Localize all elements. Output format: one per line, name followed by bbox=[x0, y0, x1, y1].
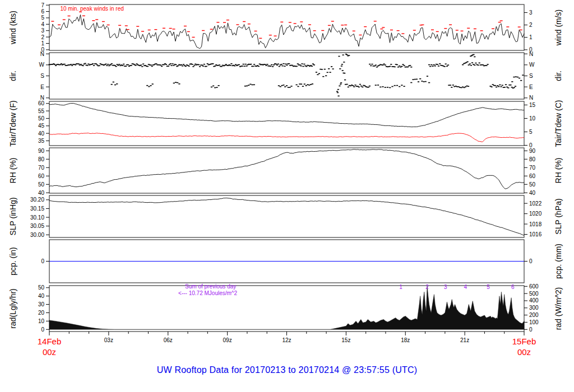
svg-text:600: 600 bbox=[529, 283, 539, 290]
svg-text:30.00: 30.00 bbox=[30, 232, 44, 238]
svg-text:W: W bbox=[39, 62, 45, 68]
svg-text:0: 0 bbox=[529, 258, 533, 264]
svg-text:40: 40 bbox=[38, 190, 45, 196]
svg-text:15: 15 bbox=[529, 102, 536, 108]
svg-text:0: 0 bbox=[41, 258, 44, 264]
svg-text:14Feb: 14Feb bbox=[38, 337, 62, 346]
svg-text:S: S bbox=[529, 73, 533, 79]
svg-text:45: 45 bbox=[38, 123, 45, 129]
svg-text:5: 5 bbox=[41, 15, 44, 21]
svg-text:1: 1 bbox=[529, 34, 533, 40]
chart-title: UW Rooftop Data for 20170213 to 20170214… bbox=[0, 365, 574, 375]
svg-text:30.20: 30.20 bbox=[30, 197, 44, 203]
svg-text:10: 10 bbox=[38, 318, 45, 324]
svg-text:Sum of previous day: Sum of previous day bbox=[185, 283, 236, 290]
svg-text:W: W bbox=[529, 62, 535, 68]
svg-text:55: 55 bbox=[38, 108, 45, 114]
svg-text:pcp. (mm): pcp. (mm) bbox=[554, 244, 563, 279]
svg-text:300: 300 bbox=[529, 305, 539, 311]
svg-text:400: 400 bbox=[529, 297, 539, 304]
svg-text:<--- 10.72 MJoules/m^2: <--- 10.72 MJoules/m^2 bbox=[178, 290, 237, 296]
svg-text:2: 2 bbox=[529, 22, 533, 28]
svg-text:wind (kts): wind (kts) bbox=[8, 11, 17, 45]
svg-text:50: 50 bbox=[529, 181, 536, 188]
panel-slp: 30.0030.0530.1030.1530.20101610181020102… bbox=[8, 195, 563, 238]
svg-text:pcp. (in): pcp. (in) bbox=[8, 247, 17, 276]
svg-text:09z: 09z bbox=[223, 337, 232, 343]
svg-text:60: 60 bbox=[529, 173, 536, 179]
svg-text:1: 1 bbox=[41, 40, 44, 46]
svg-text:30: 30 bbox=[38, 301, 45, 307]
svg-text:10: 10 bbox=[529, 115, 536, 122]
svg-text:dir.: dir. bbox=[8, 71, 17, 81]
panel-rh: 405060708090405060708090RH (%)RH (%) bbox=[8, 148, 563, 196]
svg-text:90: 90 bbox=[529, 148, 536, 154]
svg-text:Tair/Tdew (C): Tair/Tdew (C) bbox=[554, 100, 563, 147]
svg-text:7: 7 bbox=[41, 2, 44, 8]
svg-text:2: 2 bbox=[41, 34, 44, 40]
svg-text:40: 40 bbox=[38, 130, 45, 137]
svg-text:1020: 1020 bbox=[529, 211, 542, 217]
svg-text:10 min. peak winds in red: 10 min. peak winds in red bbox=[60, 6, 123, 12]
svg-text:50: 50 bbox=[38, 181, 45, 188]
weather-plot-page: 012345670123wind (kts)wind (m/s)10 min. … bbox=[0, 0, 574, 392]
svg-text:5: 5 bbox=[529, 129, 533, 135]
weather-chart: 012345670123wind (kts)wind (m/s)10 min. … bbox=[0, 0, 574, 361]
svg-text:15z: 15z bbox=[341, 337, 350, 343]
svg-text:30.15: 30.15 bbox=[30, 206, 44, 212]
svg-text:4: 4 bbox=[41, 21, 44, 27]
svg-text:wind (m/s): wind (m/s) bbox=[554, 10, 563, 46]
svg-text:50: 50 bbox=[38, 115, 45, 122]
svg-text:SLP (inHg): SLP (inHg) bbox=[8, 197, 17, 235]
svg-text:E: E bbox=[529, 84, 533, 90]
svg-text:RH (%): RH (%) bbox=[554, 158, 563, 184]
svg-text:06z: 06z bbox=[164, 337, 173, 343]
svg-text:35: 35 bbox=[38, 138, 45, 144]
svg-text:4: 4 bbox=[464, 284, 467, 290]
svg-text:0: 0 bbox=[41, 326, 44, 333]
svg-text:S: S bbox=[40, 73, 44, 79]
svg-text:1: 1 bbox=[399, 284, 402, 290]
svg-text:6: 6 bbox=[511, 284, 515, 290]
panel-dir: NWSENNWSENdir.dir. bbox=[8, 51, 563, 101]
svg-text:rad (W/m^2): rad (W/m^2) bbox=[554, 287, 563, 330]
panel-wind: 012345670123wind (kts)wind (m/s)10 min. … bbox=[8, 2, 563, 53]
svg-text:70: 70 bbox=[529, 165, 536, 171]
svg-text:200: 200 bbox=[529, 312, 539, 318]
svg-text:0: 0 bbox=[529, 326, 533, 333]
svg-text:1022: 1022 bbox=[529, 200, 542, 207]
svg-text:90: 90 bbox=[38, 148, 45, 154]
svg-text:00z: 00z bbox=[43, 347, 56, 357]
svg-text:Tair/Tdew (F): Tair/Tdew (F) bbox=[8, 100, 17, 146]
svg-text:60: 60 bbox=[38, 173, 45, 179]
svg-text:30.10: 30.10 bbox=[30, 214, 44, 221]
svg-text:N: N bbox=[529, 95, 533, 101]
svg-text:18z: 18z bbox=[401, 337, 410, 343]
svg-text:5: 5 bbox=[487, 284, 490, 290]
time-axis: 03z06z09z12z15z18z21z14Feb00z15Feb00z bbox=[38, 332, 536, 357]
svg-text:3: 3 bbox=[41, 27, 44, 34]
svg-text:1018: 1018 bbox=[529, 221, 542, 227]
svg-text:3: 3 bbox=[529, 10, 533, 16]
svg-text:15Feb: 15Feb bbox=[512, 337, 536, 346]
svg-text:40: 40 bbox=[38, 293, 45, 299]
svg-text:dir.: dir. bbox=[554, 71, 563, 81]
svg-text:100: 100 bbox=[529, 319, 539, 325]
panel-rad: 010203040500100200300400500600rad(Lgly/h… bbox=[8, 283, 563, 333]
svg-text:80: 80 bbox=[38, 156, 45, 162]
svg-text:12z: 12z bbox=[282, 337, 291, 343]
svg-text:RH (%): RH (%) bbox=[8, 158, 17, 184]
svg-text:21z: 21z bbox=[460, 337, 469, 343]
svg-text:6: 6 bbox=[41, 8, 44, 15]
svg-text:N: N bbox=[40, 51, 44, 57]
svg-text:500: 500 bbox=[529, 291, 539, 297]
svg-text:40: 40 bbox=[529, 190, 536, 196]
svg-text:60: 60 bbox=[38, 100, 45, 106]
svg-text:E: E bbox=[40, 84, 44, 90]
panel-temp: 354045505560051015Tair/Tdew (F)Tair/Tdew… bbox=[8, 100, 563, 148]
panel-pcp: 00pcp. (in)pcp. (mm) bbox=[8, 240, 563, 283]
svg-text:80: 80 bbox=[529, 156, 536, 162]
svg-text:N: N bbox=[529, 51, 533, 57]
svg-text:70: 70 bbox=[38, 165, 45, 171]
svg-text:20: 20 bbox=[38, 310, 45, 316]
